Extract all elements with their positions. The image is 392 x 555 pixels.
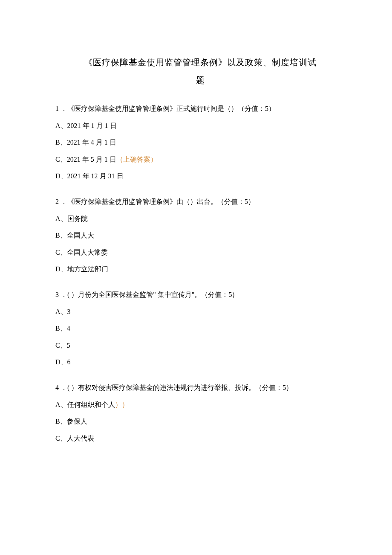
- option-a: A、3: [55, 306, 345, 317]
- option-c: C、全国人大常委: [55, 247, 345, 258]
- option-text: 地方立法部门: [67, 265, 108, 273]
- option-label: A、: [55, 401, 67, 408]
- option-b: B、全国人大: [55, 230, 345, 241]
- question-block: 4 ．( ）有权对侵害医疗保障基金的违法违规行为进行举报、投诉。（分值：5） A…: [55, 382, 345, 444]
- question-block: 1 ．《医疗保障基金使用监管管理条例》正式施行时间是（）（分值：5） A、202…: [55, 103, 345, 182]
- option-label: B、: [55, 418, 67, 425]
- option-d: D、6: [55, 357, 345, 368]
- option-text: 人大代表: [67, 435, 94, 442]
- option-a: A、2021 年 1 月 1 日: [55, 120, 345, 131]
- option-d: D、地方立法部门: [55, 264, 345, 275]
- option-text: 任何组织和个人: [67, 401, 115, 408]
- option-text: 全国人大: [67, 232, 94, 239]
- question-block: 3 ．( ）月份为全国医保基金监管" 集中宣传月"。（分值：5） A、3 B、4…: [55, 289, 345, 368]
- option-d: D、2021 年 12 月 31 日: [55, 171, 345, 182]
- option-label: D、: [55, 172, 67, 180]
- option-label: B、: [55, 325, 67, 332]
- option-b: B、4: [55, 323, 345, 334]
- option-label: C、: [55, 156, 67, 163]
- answer-hint: ））: [115, 401, 129, 408]
- option-text: 5: [67, 342, 70, 349]
- page-title-line2: 题: [55, 73, 345, 87]
- option-label: B、: [55, 232, 67, 239]
- option-label: A、: [55, 308, 67, 315]
- question-stem: 1 ．《医疗保障基金使用监管管理条例》正式施行时间是（）（分值：5）: [55, 103, 345, 114]
- option-text: 6: [67, 358, 71, 366]
- option-label: C、: [55, 249, 67, 256]
- option-text: 2021 年 5 月 1 日: [67, 156, 116, 163]
- option-text: 参保人: [67, 418, 87, 425]
- option-text: 2021 年 12 月 31 日: [67, 172, 124, 180]
- option-c: C、5: [55, 340, 345, 351]
- option-label: B、: [55, 139, 67, 146]
- option-label: D、: [55, 265, 67, 273]
- option-a: A、任何组织和个人））: [55, 399, 345, 410]
- question-stem: 2 ．《医疗保障基金使用监管管理条例》由（）出台。（分值：5）: [55, 196, 345, 207]
- option-b: B、2021 年 4 月 1 日: [55, 137, 345, 148]
- question-stem: 4 ．( ）有权对侵害医疗保障基金的违法违规行为进行举报、投诉。（分值：5）: [55, 382, 345, 393]
- option-label: A、: [55, 215, 67, 222]
- option-c: C、2021 年 5 月 1 日（上确答案）: [55, 154, 345, 165]
- option-label: D、: [55, 358, 67, 366]
- page-title-line1: 《医疗保障基金使用监管管理条例》以及政策、制度培训试: [55, 55, 345, 69]
- option-label: C、: [55, 435, 67, 442]
- option-text: 2021 年 4 月 1 日: [67, 139, 116, 146]
- option-text: 国务院: [67, 215, 88, 222]
- option-label: A、: [55, 122, 67, 129]
- option-label: C、: [55, 342, 67, 349]
- document-page: 《医疗保障基金使用监管管理条例》以及政策、制度培训试 题 1 ．《医疗保障基金使…: [0, 0, 392, 484]
- option-text: 2021 年 1 月 1 日: [67, 122, 117, 129]
- option-text: 3: [67, 308, 71, 315]
- option-a: A、国务院: [55, 213, 345, 224]
- option-text: 4: [67, 325, 70, 332]
- option-b: B、参保人: [55, 416, 345, 427]
- option-c: C、人大代表: [55, 433, 345, 444]
- answer-hint: （上确答案）: [116, 156, 157, 163]
- question-block: 2 ．《医疗保障基金使用监管管理条例》由（）出台。（分值：5） A、国务院 B、…: [55, 196, 345, 275]
- option-text: 全国人大常委: [67, 249, 108, 256]
- question-stem: 3 ．( ）月份为全国医保基金监管" 集中宣传月"。（分值：5）: [55, 289, 345, 300]
